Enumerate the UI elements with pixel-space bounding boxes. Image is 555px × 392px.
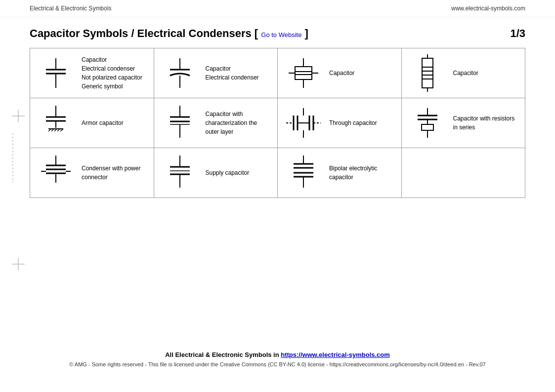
supply-capacitor-svg [160,153,200,193]
page-title: Capacitor Symbols / Electrical Condenser… [30,27,308,40]
goto-website-link[interactable]: Go to Website [261,31,301,39]
svg-rect-7 [295,67,312,79]
supply-capacitor-label: Supply capacitor [206,168,250,177]
footer-link[interactable]: https://www.electrical-symbols.com [281,351,390,358]
svg-rect-49 [422,124,433,130]
svg-rect-14 [422,58,433,88]
electrolytic-capacitor-label: Capacitor [453,69,478,78]
website-url: www.electrical-symbols.com [451,5,525,12]
symbol-cell-resistor-series-capacitor: Capacitor with resistors in series [402,98,526,148]
polarized-capacitor-label: Capacitor [329,69,354,78]
bipolar-capacitor-svg [284,153,323,193]
symbol-cell-bipolar-capacitor: Bipolar electrolytic capacitor [278,148,402,198]
symbol-cell-power-connector-capacitor: Condenser with power connector [30,148,154,198]
electrolytic-capacitor-svg [408,53,447,93]
symbol-cell-outer-layer-capacitor: Capacitor with characterization the oute… [154,98,278,148]
basic-capacitor-label: CapacitorElectrical condenserNot polariz… [82,55,142,91]
through-capacitor-label: Through capacitor [329,118,377,127]
power-connector-capacitor-label: Condenser with power connector [82,164,148,182]
resistor-series-capacitor-label: Capacitor with resistors in series [453,114,519,132]
through-capacitor-svg [284,106,323,140]
bipolar-capacitor-label: Bipolar electrolytic capacitor [329,164,395,182]
page-number: 1/3 [510,27,525,40]
symbol-cell-electrolytic-capacitor: Capacitor [402,48,526,98]
curved-capacitor-svg [160,56,200,90]
armor-capacitor-label: Armor capacitor [82,118,124,127]
footer: All Electrical & Electronic Symbols in h… [0,351,555,367]
outer-layer-capacitor-label: Capacitor with characterization the oute… [206,110,272,136]
site-name: Electrical & Electronic Symbols [30,5,111,12]
resistor-series-capacitor-svg [408,106,447,140]
power-connector-capacitor-svg [36,153,76,193]
outer-layer-capacitor-svg [160,103,200,143]
symbol-cell-supply-capacitor: Supply capacitor [154,148,278,198]
cross-marker-bottom [11,257,26,274]
footer-text: All Electrical & Electronic Symbols in [165,351,281,358]
symbol-cell-through-capacitor: Through capacitor [278,98,402,148]
polarized-capacitor-svg [284,56,323,90]
symbols-grid: CapacitorElectrical condenserNot polariz… [30,48,525,198]
curved-capacitor-label: CapacitorElectrical condenser [206,64,259,82]
symbol-cell-empty [402,148,526,198]
symbol-cell-curved-capacitor: CapacitorElectrical condenser [154,48,278,98]
basic-capacitor-svg [36,56,76,90]
armor-capacitor-svg [36,103,76,143]
symbol-cell-polarized-capacitor: Capacitor [278,48,402,98]
cross-marker-top [11,109,26,125]
footer-copyright: © AMG - Some rights reserved - This file… [0,361,555,367]
symbol-cell-basic-capacitor: CapacitorElectrical condenserNot polariz… [30,48,154,98]
dotted-vertical [11,133,15,183]
symbol-cell-armor-capacitor: Armor capacitor [30,98,154,148]
